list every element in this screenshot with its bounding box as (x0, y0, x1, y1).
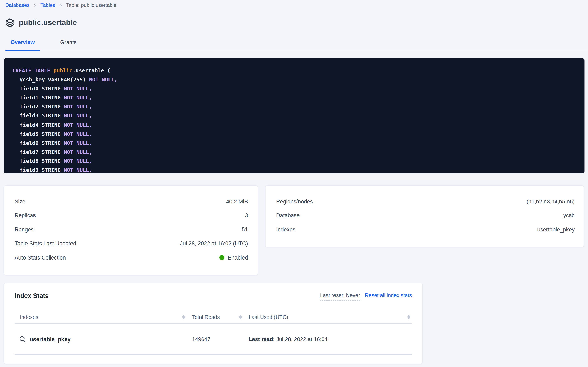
sql-line: field5 STRING NOT NULL, (12, 129, 584, 138)
stat-label: Database (276, 212, 300, 218)
status-text: Enabled (228, 255, 248, 260)
stat-value: usertable_pkey (537, 226, 575, 232)
chevron-right-icon: > (34, 2, 36, 8)
stat-label: Regions/nodes (276, 198, 313, 204)
sort-icon[interactable] (407, 315, 411, 319)
table-details-page: Databases > Tables > Table: public.usert… (0, 0, 588, 367)
total-reads-cell: 149647 (187, 336, 243, 342)
stat-value: 51 (242, 226, 248, 232)
page-title-row: public.usertable (5, 17, 588, 28)
sql-keyword: CREATE TABLE (12, 68, 53, 74)
sql-constraint: NOT NULL, (64, 149, 92, 155)
stat-row-database: Database ycsb (276, 208, 575, 222)
breadcrumb-databases-link[interactable]: Databases (5, 2, 30, 8)
sql-column-def: field2 STRING (19, 104, 64, 110)
stat-value: 40.2 MiB (226, 198, 248, 204)
column-header-indexes[interactable]: Indexes (15, 314, 187, 320)
column-label: Indexes (20, 314, 38, 320)
stat-label: Table Stats Last Updated (15, 241, 76, 247)
status-enabled-dot-icon (219, 255, 224, 260)
sql-constraint: NOT NULL, (64, 140, 92, 146)
index-stats-title: Index Stats (15, 292, 49, 300)
stat-row-stats-updated: Table Stats Last Updated Jul 28, 2022 at… (15, 236, 248, 250)
column-header-total-reads[interactable]: Total Reads (187, 314, 243, 320)
sql-line: field7 STRING NOT NULL, (12, 147, 584, 156)
sql-table-name: .usertable ( (73, 68, 110, 74)
column-header-last-used[interactable]: Last Used (UTC) (243, 314, 412, 320)
sql-line: CREATE TABLE public.usertable ( (12, 66, 584, 75)
sql-constraint: NOT NULL, (64, 113, 92, 119)
sql-column-def: field5 STRING (19, 131, 64, 137)
sql-line: field6 STRING NOT NULL, (12, 138, 584, 147)
stat-label: Size (15, 198, 25, 204)
stat-row-ranges: Ranges 51 (15, 223, 248, 236)
tab-grants[interactable]: Grants (55, 39, 82, 50)
sql-constraint: NOT NULL, (64, 131, 92, 137)
sql-constraint: NOT NULL, (64, 158, 92, 164)
sql-line: field1 STRING NOT NULL, (12, 93, 584, 102)
index-name-cell[interactable]: usertable_pkey (15, 335, 187, 343)
chevron-right-icon: > (60, 2, 62, 8)
create-table-sql-panel: CREATE TABLE public.usertable ( ycsb_key… (4, 58, 584, 173)
stat-row-indexes: Indexes usertable_pkey (276, 223, 575, 236)
stat-value: 3 (245, 212, 248, 218)
sql-column-def: field6 STRING (19, 140, 64, 146)
last-used-cell: Last read: Jul 28, 2022 at 16:04 (243, 336, 412, 342)
tab-bar: Overview Grants (0, 39, 588, 50)
breadcrumb: Databases > Tables > Table: public.usert… (0, 0, 588, 8)
index-stats-card: Index Stats Last reset: Never Reset all … (4, 283, 422, 364)
table-meta-card: Regions/nodes (n1,n2,n3,n4,n5,n6) Databa… (265, 185, 584, 247)
table-stats-card: Size 40.2 MiB Replicas 3 Ranges 51 Table… (4, 185, 258, 275)
sql-constraint: NOT NULL, (64, 104, 92, 110)
sql-constraint: NOT NULL, (64, 95, 92, 101)
tab-overview[interactable]: Overview (5, 39, 40, 50)
sql-line: field3 STRING NOT NULL, (12, 111, 584, 120)
reset-index-stats-link[interactable]: Reset all index stats (365, 292, 412, 298)
sql-line: field8 STRING NOT NULL, (12, 156, 584, 166)
stat-row-replicas: Replicas 3 (15, 208, 248, 222)
sql-line: ycsb_key VARCHAR(255) NOT NULL, (12, 75, 584, 84)
sql-constraint: NOT NULL, (64, 167, 92, 173)
sql-column-def: field4 STRING (19, 122, 64, 128)
stat-label: Indexes (276, 226, 295, 232)
sql-constraint: NOT NULL, (89, 77, 117, 83)
column-label: Last Used (UTC) (248, 314, 288, 320)
last-read-label: Last read: (248, 336, 275, 342)
sql-line: field4 STRING NOT NULL, (12, 120, 584, 129)
index-name: usertable_pkey (30, 336, 70, 342)
stat-value: Jul 28, 2022 at 16:02 (UTC) (180, 241, 248, 247)
sql-column-def: ycsb_key VARCHAR(255) (19, 77, 89, 83)
stat-row-regions: Regions/nodes (n1,n2,n3,n4,n5,n6) (276, 194, 575, 208)
index-stats-table: Indexes Total Reads Last Used (UTC) (15, 311, 412, 355)
sql-column-def: field7 STRING (19, 149, 64, 155)
index-stats-actions: Last reset: Never Reset all index stats (320, 292, 412, 300)
sql-column-def: field0 STRING (19, 86, 64, 92)
last-read-value: Jul 28, 2022 at 16:04 (275, 336, 327, 342)
stat-value: (n1,n2,n3,n4,n5,n6) (527, 198, 575, 204)
search-icon (19, 335, 26, 343)
sql-column-def: field8 STRING (19, 158, 64, 164)
stat-row-auto-stats: Auto Stats Collection Enabled (15, 251, 248, 265)
stat-label: Auto Stats Collection (15, 255, 66, 260)
sort-icon[interactable] (182, 315, 185, 319)
sql-line: field0 STRING NOT NULL, (12, 84, 584, 93)
stat-value: ycsb (563, 212, 575, 218)
sql-line: field9 STRING NOT NULL, (12, 166, 584, 173)
index-stats-table-header: Indexes Total Reads Last Used (UTC) (15, 311, 412, 324)
stat-value-enabled: Enabled (219, 255, 248, 260)
detail-cards-row: Size 40.2 MiB Replicas 3 Ranges 51 Table… (4, 185, 588, 275)
column-label: Total Reads (192, 314, 220, 320)
sql-line: field2 STRING NOT NULL, (12, 102, 584, 111)
sql-column-def: field3 STRING (19, 113, 64, 119)
breadcrumb-tables-link[interactable]: Tables (41, 2, 55, 8)
sql-column-def: field9 STRING (19, 167, 64, 173)
table-layers-icon (5, 18, 15, 27)
stat-label: Ranges (15, 226, 33, 232)
sql-constraint: NOT NULL, (64, 122, 92, 128)
page-title: public.usertable (19, 18, 77, 27)
sql-constraint: NOT NULL, (64, 86, 92, 92)
breadcrumb-current: Table: public.usertable (66, 2, 116, 8)
index-stats-header: Index Stats Last reset: Never Reset all … (15, 292, 412, 300)
last-reset-label[interactable]: Last reset: Never (320, 292, 360, 300)
sort-icon[interactable] (239, 315, 242, 319)
